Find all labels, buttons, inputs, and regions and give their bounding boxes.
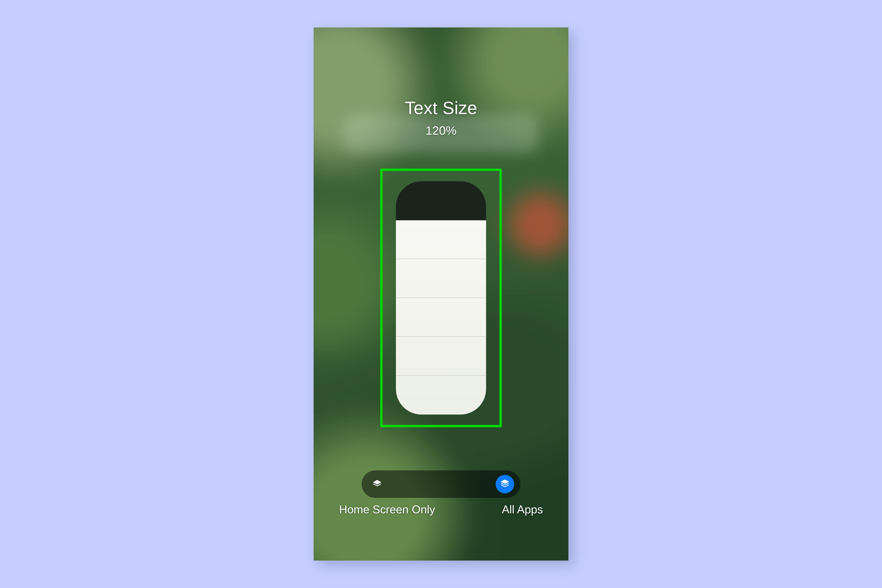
scope-option-home-screen-only[interactable] (368, 475, 386, 494)
scope-label-home: Home Screen Only (339, 503, 435, 516)
text-size-slider[interactable] (396, 181, 486, 414)
slider-step-line (396, 297, 486, 298)
slider-fill (396, 220, 486, 414)
panel-title: Text Size (314, 98, 568, 118)
slider-step-line (396, 375, 486, 376)
layers-single-icon (372, 478, 382, 490)
slider-track (396, 181, 486, 414)
slider-step-line (396, 259, 486, 259)
text-size-value: 120% (314, 123, 568, 137)
slider-step-line (396, 336, 486, 337)
scope-labels: Home Screen Only All Apps (339, 503, 543, 516)
text-size-control-panel: Text Size 120% Home Screen Only All Apps (314, 27, 568, 561)
layers-stack-icon (500, 478, 510, 490)
scope-label-all: All Apps (502, 503, 543, 516)
scope-toggle (362, 470, 520, 498)
scope-option-all-apps[interactable] (496, 475, 514, 494)
